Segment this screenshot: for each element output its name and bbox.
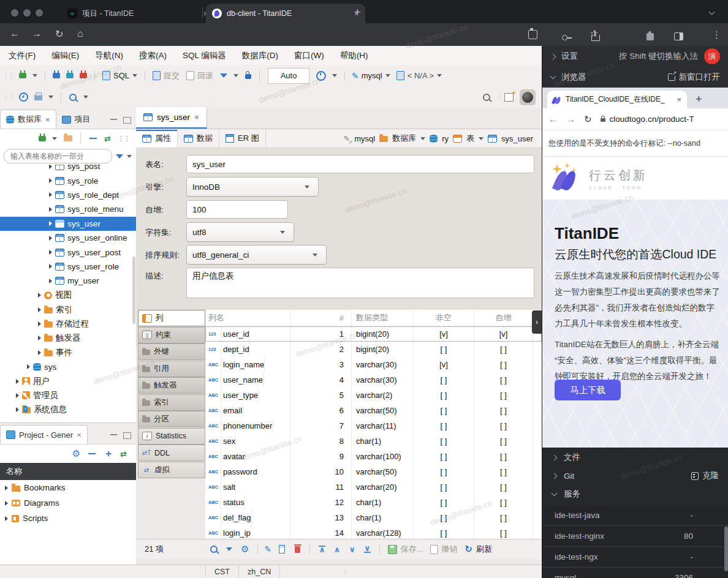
collation-select[interactable]: utf8_general_ci bbox=[186, 245, 327, 265]
panel-scrollbar[interactable] bbox=[724, 527, 728, 571]
tab-search-icon[interactable] bbox=[709, 9, 715, 15]
aspect-tab[interactable]: 外键 bbox=[138, 343, 205, 360]
move-down-icon[interactable]: ∨ bbox=[349, 545, 355, 554]
expander-icon[interactable] bbox=[38, 336, 41, 340]
tree-item[interactable]: 事件 bbox=[0, 345, 136, 359]
user-avatar[interactable] bbox=[520, 89, 536, 105]
disconnect-icon[interactable] bbox=[80, 73, 87, 78]
browser-menu-icon[interactable]: ⋮ bbox=[712, 29, 721, 40]
connect-icon[interactable] bbox=[53, 73, 60, 78]
expander-icon[interactable] bbox=[49, 178, 52, 183]
expander-icon[interactable] bbox=[5, 501, 8, 506]
aspect-tab[interactable]: ⇄ 虚拟 bbox=[138, 462, 205, 478]
header-ordinal[interactable]: # bbox=[290, 310, 352, 326]
column-not-null-checkbox[interactable]: [ ] bbox=[414, 342, 474, 357]
git-section-row[interactable]: Git 克隆 bbox=[542, 467, 728, 485]
column-row[interactable]: ABCdel_flag 13 char(1) [ ] [ ] bbox=[205, 510, 542, 525]
forward-icon[interactable]: → bbox=[32, 28, 42, 39]
collapse-all-icon[interactable] bbox=[88, 453, 96, 454]
tree-item[interactable]: 系统信息 bbox=[0, 403, 136, 417]
close-tab-icon[interactable]: × bbox=[677, 95, 681, 104]
browser-tab-project[interactable]: ‹t› 项目 - TitanIDE × bbox=[61, 4, 214, 23]
mini-address-bar[interactable]: cloudtogo.cn/product-T bbox=[601, 114, 694, 124]
column-not-null-checkbox[interactable]: [ ] bbox=[414, 495, 474, 510]
column-auto-increment-checkbox[interactable]: [ ] bbox=[474, 434, 533, 449]
service-row[interactable]: ide-test-java - bbox=[542, 505, 728, 526]
expander-icon[interactable] bbox=[49, 250, 52, 255]
tab-database[interactable]: 数据库 × bbox=[0, 110, 56, 129]
dropdown-caret-icon[interactable] bbox=[437, 74, 442, 77]
column-auto-increment-checkbox[interactable]: [ ] bbox=[474, 372, 533, 388]
download-button[interactable]: 马上下载 bbox=[555, 380, 621, 400]
tree-item[interactable]: sys_post bbox=[0, 165, 136, 173]
expander-icon[interactable] bbox=[49, 207, 52, 212]
quick-search-icon[interactable] bbox=[483, 94, 490, 101]
project-tree-item[interactable]: Scripts bbox=[0, 511, 136, 526]
add-column-icon[interactable] bbox=[279, 545, 285, 554]
new-folder-icon[interactable] bbox=[64, 135, 72, 141]
editor-tab-sys-user[interactable]: sys_user × bbox=[136, 107, 207, 129]
description-textarea[interactable]: 用户信息表 bbox=[186, 268, 534, 298]
column-row[interactable]: ABCuser_name 4 varchar(30) [ ] [ ] bbox=[205, 372, 542, 388]
breadcrumb-connection[interactable]: mysql bbox=[354, 134, 375, 143]
expander-icon[interactable] bbox=[38, 307, 41, 312]
header-not-null[interactable]: 非空 bbox=[414, 310, 474, 326]
dropdown-caret-icon[interactable] bbox=[420, 137, 425, 140]
expander-icon[interactable] bbox=[16, 379, 19, 384]
expander-icon[interactable] bbox=[49, 192, 52, 197]
transaction-log-icon[interactable] bbox=[316, 71, 326, 81]
expander-icon[interactable] bbox=[5, 516, 8, 521]
tree-item[interactable]: sys bbox=[0, 359, 136, 373]
column-row[interactable]: ABCsalt 11 varchar(20) [ ] [ ] bbox=[205, 479, 542, 495]
new-connection-icon[interactable] bbox=[19, 73, 26, 78]
expander-icon[interactable] bbox=[38, 350, 41, 355]
column-auto-increment-checkbox[interactable]: [ ] bbox=[474, 357, 533, 372]
close-tab-icon[interactable]: × bbox=[77, 430, 82, 440]
expander-icon[interactable] bbox=[16, 393, 19, 398]
column-row[interactable]: ABClogin_ip 14 varchar(128) [ ] [ ] bbox=[205, 525, 542, 539]
close-tab-icon[interactable]: × bbox=[194, 113, 199, 122]
table-filter-input[interactable] bbox=[4, 149, 112, 163]
column-not-null-checkbox[interactable]: [ ] bbox=[414, 372, 474, 388]
tree-item[interactable]: my_user bbox=[0, 274, 136, 288]
aspect-tab[interactable]: i Statistics bbox=[138, 428, 205, 445]
revert-icon[interactable] bbox=[430, 545, 438, 554]
maximize-panel-icon[interactable] bbox=[123, 432, 131, 439]
aspect-tab[interactable]: 索引 bbox=[138, 394, 205, 411]
project-tree-item[interactable]: Bookmarks bbox=[0, 480, 136, 495]
column-row[interactable]: ABCuser_type 5 varchar(2) [ ] [ ] bbox=[205, 388, 542, 403]
reload-icon[interactable]: ↻ bbox=[584, 114, 592, 125]
tree-scrollbar[interactable] bbox=[132, 257, 135, 324]
menu-item[interactable]: 编辑(E) bbox=[51, 50, 79, 61]
header-auto-increment[interactable]: 自增 bbox=[474, 310, 533, 326]
column-auto-increment-checkbox[interactable]: [ ] bbox=[474, 388, 533, 403]
expander-icon[interactable] bbox=[5, 486, 8, 490]
column-auto-increment-checkbox[interactable]: [ ] bbox=[474, 464, 533, 479]
column-row[interactable]: ABCphonenumber 7 varchar(11) [ ] [ ] bbox=[205, 418, 542, 434]
commit-mode-select[interactable]: Auto bbox=[268, 68, 309, 84]
project-tree-item[interactable]: Diagrams bbox=[0, 495, 136, 511]
lock-toolbar-icon[interactable] bbox=[245, 74, 251, 79]
column-row[interactable]: ABCemail 6 varchar(50) [ ] [ ] bbox=[205, 403, 542, 418]
tree-item[interactable]: sys_user_role bbox=[0, 260, 136, 274]
column-auto-increment-checkbox[interactable]: [ ] bbox=[474, 449, 533, 464]
commit-icon[interactable] bbox=[153, 71, 161, 80]
tree-item[interactable]: 索引 bbox=[0, 302, 136, 317]
tree-item[interactable]: sys_role bbox=[0, 173, 136, 187]
aspect-tab[interactable]: [] 约束 bbox=[138, 327, 205, 343]
tree-item[interactable]: sys_user_online bbox=[0, 231, 136, 245]
tab-properties[interactable]: 属性 bbox=[136, 130, 178, 148]
print-icon[interactable] bbox=[34, 95, 42, 100]
browser-tab-dbclient[interactable]: db-client - TitanIDE × bbox=[206, 4, 365, 23]
password-key-icon[interactable] bbox=[562, 35, 567, 40]
column-not-null-checkbox[interactable]: [ ] bbox=[414, 403, 474, 418]
rollback-button[interactable]: 回滚 bbox=[197, 70, 213, 81]
panel-menu-icon[interactable]: ⋮⋮ bbox=[118, 135, 130, 143]
column-not-null-checkbox[interactable]: [ ] bbox=[414, 388, 474, 403]
tree-item[interactable]: 触发器 bbox=[0, 331, 136, 345]
save-button[interactable]: 保存... bbox=[401, 544, 423, 555]
aspect-tab[interactable]: 列 bbox=[138, 310, 205, 326]
browser-section-row[interactable]: 浏览器 新窗口打开 bbox=[542, 67, 728, 88]
dropdown-caret-icon[interactable] bbox=[233, 74, 238, 77]
breadcrumb-db-label[interactable]: 数据库 bbox=[392, 133, 416, 144]
